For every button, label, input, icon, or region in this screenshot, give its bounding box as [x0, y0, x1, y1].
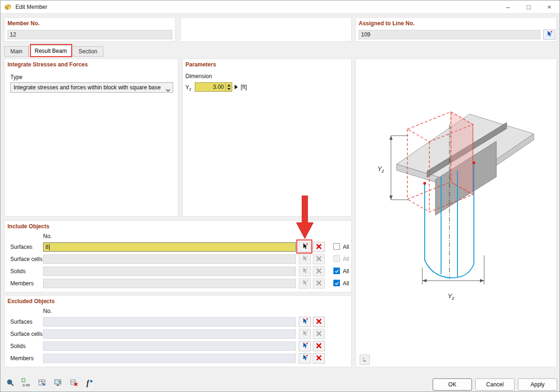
dimension-label: Dimension: [185, 73, 212, 80]
exclude-members-clear-button[interactable]: [313, 353, 325, 363]
pick-line-button[interactable]: [543, 29, 555, 40]
exclude-solids-pick-button[interactable]: [299, 341, 311, 351]
include-solids-all-checkbox[interactable]: [333, 268, 340, 274]
exclude-members-input[interactable]: [43, 354, 296, 363]
member-no-field: 12: [7, 30, 172, 39]
graphic-viewport[interactable]: Yz Yz: [355, 58, 557, 367]
include-surfaces-all-checkbox[interactable]: [333, 243, 340, 250]
yz-input[interactable]: 3.00: [195, 82, 232, 92]
tab-main[interactable]: Main: [4, 46, 29, 57]
member-no-label: Member No.: [7, 20, 40, 27]
tab-section[interactable]: Section: [73, 46, 103, 57]
exclude-title: Excluded Objects: [7, 298, 55, 305]
graphic-view-button[interactable]: [52, 377, 64, 389]
yz-input-group: 3.00 [ft]: [195, 82, 247, 92]
include-no-header: No.: [43, 233, 52, 240]
app-icon: [4, 3, 12, 11]
spin-up-icon[interactable]: [227, 84, 231, 87]
parameters-title: Parameters: [185, 61, 216, 68]
clear-x-icon: [316, 255, 322, 263]
close-button[interactable]: ×: [539, 0, 560, 14]
dimension-bottom-label: Yz: [448, 292, 454, 301]
member-no-value: 12: [10, 31, 16, 38]
yz-unit: [ft]: [241, 84, 247, 90]
spinner: [225, 83, 232, 91]
exclude-surfaces-clear-button[interactable]: [313, 317, 325, 327]
ok-button[interactable]: OK: [433, 378, 472, 391]
include-surface-cells-input[interactable]: [43, 254, 296, 264]
exclude-solids-clear-button[interactable]: [313, 341, 325, 351]
pick-cursor-icon: [302, 318, 309, 326]
exclude-solids-input[interactable]: [43, 341, 296, 351]
pick-cursor-icon: [302, 279, 309, 288]
formula-button[interactable]: f: [84, 377, 96, 389]
screen-arrow-icon: [54, 378, 62, 388]
exclude-solids-label: Solids: [10, 343, 26, 349]
transfer-button[interactable]: [36, 377, 48, 389]
include-members-input[interactable]: [43, 279, 296, 288]
cancel-button[interactable]: Cancel: [475, 378, 515, 391]
exclude-surfaces-pick-button[interactable]: [299, 317, 311, 327]
type-select-value: Integrate stresses and forces within blo…: [14, 84, 161, 91]
magnifier-icon: [6, 378, 15, 388]
include-objects-panel: Include Objects No. Surfaces 8 All Surfa…: [4, 220, 352, 292]
include-solids-input[interactable]: [43, 267, 296, 276]
delete-button[interactable]: [68, 377, 80, 389]
exclude-surface-cells-label: Surface cells: [10, 331, 43, 337]
include-members-all-checkbox[interactable]: [333, 280, 340, 286]
assigned-line-field: 109: [359, 30, 540, 39]
comment-button[interactable]: [4, 377, 16, 389]
decimal-places-button[interactable]: 0.00: [20, 377, 32, 389]
exclude-surface-cells-input[interactable]: [43, 329, 296, 339]
integrate-title: Integrate Stresses and Forces: [7, 61, 88, 68]
pick-cursor-icon: [302, 342, 309, 350]
detail-arrow-icon[interactable]: [235, 85, 238, 89]
pick-cursor-icon: [546, 30, 553, 39]
spin-down-icon[interactable]: [227, 88, 231, 90]
node-dot: [472, 161, 475, 164]
maximize-button[interactable]: □: [518, 0, 539, 14]
clear-x-icon: [316, 268, 322, 276]
exclude-surface-cells-clear-button: [313, 329, 325, 339]
yz-symbol: Yz: [185, 84, 192, 92]
assigned-line-label: Assigned to Line No.: [359, 20, 414, 27]
include-surface-cells-label: Surface cells: [10, 256, 43, 262]
chevron-down-icon: [166, 87, 170, 93]
decimal-places-label: 0.00: [22, 383, 30, 387]
excluded-objects-panel: Excluded Objects No. Surfaces Surface ce…: [4, 295, 352, 367]
exclude-surfaces-input[interactable]: [43, 317, 296, 327]
delete-table-icon: [70, 378, 78, 388]
tab-result-beam[interactable]: Result Beam: [29, 45, 73, 57]
decimal-grid-icon: [22, 378, 25, 382]
include-solids-label: Solids: [10, 268, 26, 275]
pick-cursor-icon: [302, 267, 309, 276]
include-title: Include Objects: [7, 223, 49, 230]
pick-cursor-icon: [302, 330, 309, 338]
tab-bar: Main Result Beam Section: [4, 45, 103, 57]
yz-value: 3.00: [195, 84, 225, 90]
exclude-members-pick-button[interactable]: [299, 353, 311, 363]
formula-icon: f: [87, 379, 89, 387]
parameters-panel: Parameters Dimension Yz 3.00 [ft]: [182, 58, 352, 217]
clear-x-icon: [316, 318, 322, 326]
assigned-line-value: 109: [361, 31, 370, 38]
include-surface-cells-all-label: All: [343, 256, 349, 262]
include-surfaces-pick-button[interactable]: [299, 242, 311, 252]
graphic-axes-button[interactable]: [360, 355, 370, 365]
apply-button[interactable]: Apply: [518, 378, 557, 391]
include-members-pick-button: [299, 278, 311, 289]
assigned-line-box: Assigned to Line No. 109: [355, 17, 557, 42]
type-select[interactable]: Integrate stresses and forces within blo…: [10, 82, 173, 93]
edit-member-dialog: Edit Member – □ × Member No. 12 Assigned…: [0, 0, 560, 392]
exclude-no-header: No.: [43, 308, 52, 314]
include-surface-cells-pick-button: [299, 254, 311, 264]
clear-x-icon: [316, 330, 322, 338]
minimize-button[interactable]: –: [498, 0, 518, 14]
pick-cursor-icon: [302, 243, 309, 251]
titlebar: Edit Member – □ ×: [0, 0, 560, 14]
clear-x-icon: [316, 342, 322, 350]
dimension-left-label: Yz: [377, 165, 384, 174]
clear-x-icon: [316, 243, 322, 251]
include-surfaces-clear-button[interactable]: [313, 242, 325, 252]
include-surfaces-input[interactable]: 8: [43, 242, 296, 252]
